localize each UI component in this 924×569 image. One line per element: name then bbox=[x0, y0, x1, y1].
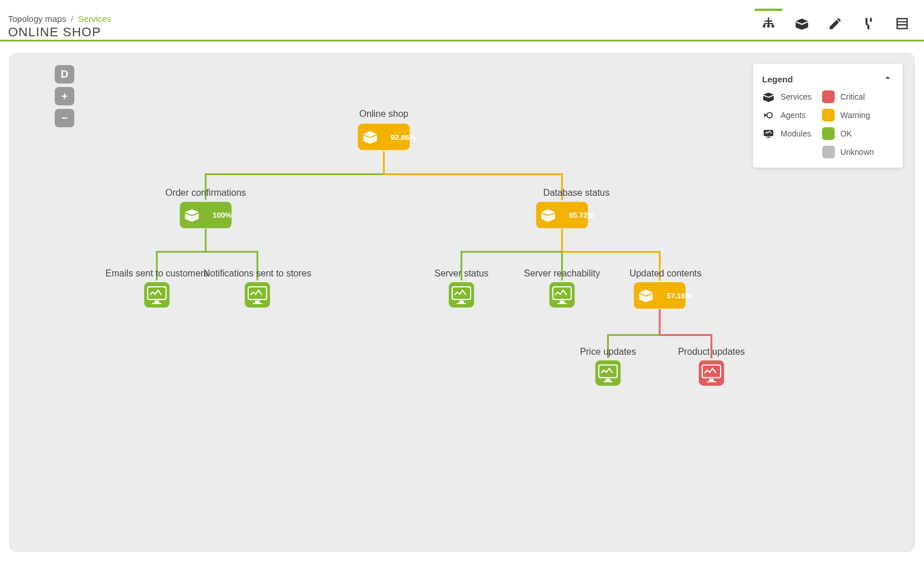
header-toolbar bbox=[755, 9, 916, 40]
swatch-critical bbox=[822, 90, 835, 103]
zoom-in-button[interactable]: + bbox=[55, 87, 74, 105]
svg-text:85.72%: 85.72% bbox=[569, 211, 594, 219]
svg-text:Updated contents: Updated contents bbox=[630, 268, 702, 278]
legend-panel: Legend Services Agents Modules bbox=[753, 64, 903, 168]
node-emails-sent[interactable]: Emails sent to customers bbox=[105, 268, 208, 308]
svg-text:Order confirmations: Order confirmations bbox=[165, 188, 246, 198]
agent-icon bbox=[762, 109, 775, 122]
module-icon bbox=[762, 127, 775, 140]
tool-config[interactable] bbox=[855, 9, 883, 36]
breadcrumb-sep: / bbox=[71, 14, 73, 24]
svg-rect-2 bbox=[767, 137, 770, 138]
tool-edit[interactable] bbox=[821, 9, 849, 36]
node-notifications-sent[interactable]: Notifications sent to stores bbox=[203, 268, 311, 308]
zoom-default-button[interactable]: D bbox=[55, 65, 74, 84]
breadcrumb-root[interactable]: Topology maps bbox=[8, 14, 66, 24]
legend-title: Legend bbox=[762, 74, 793, 84]
legend-status-warning: Warning bbox=[822, 109, 874, 122]
zoom-out-button[interactable]: − bbox=[55, 109, 74, 127]
svg-text:92.86%: 92.86% bbox=[391, 133, 416, 142]
node-updated-contents[interactable]: Updated contents 57.16% bbox=[630, 268, 702, 309]
legend-status-unknown: Unknown bbox=[822, 146, 874, 158]
breadcrumb: Topology maps / Services bbox=[8, 14, 111, 24]
node-order-confirmations[interactable]: Order confirmations 100% bbox=[165, 188, 246, 228]
svg-rect-1 bbox=[764, 130, 774, 136]
node-server-status[interactable]: Server status bbox=[434, 268, 488, 308]
zoom-controls: D + − bbox=[55, 65, 74, 127]
tool-list[interactable] bbox=[888, 9, 916, 36]
svg-point-0 bbox=[767, 112, 772, 117]
page-header: Topology maps / Services ONLINE SHOP bbox=[0, 0, 924, 41]
box-open-icon bbox=[794, 16, 809, 31]
legend-type-agents: Agents bbox=[762, 109, 812, 122]
tool-service[interactable] bbox=[788, 9, 816, 36]
breadcrumb-current[interactable]: Services bbox=[78, 14, 111, 24]
swatch-ok bbox=[822, 127, 835, 140]
legend-type-modules: Modules bbox=[762, 127, 812, 140]
chevron-up-icon bbox=[882, 72, 893, 84]
topology-canvas[interactable]: D + − Legend Services Agents bbox=[9, 53, 915, 552]
node-price-updates[interactable]: Price updates bbox=[580, 347, 637, 386]
svg-text:Database status: Database status bbox=[543, 188, 609, 198]
tool-topology[interactable] bbox=[755, 9, 782, 36]
svg-text:100%: 100% bbox=[213, 211, 232, 219]
legend-status-critical: Critical bbox=[822, 90, 874, 103]
swatch-unknown bbox=[822, 146, 835, 158]
list-icon bbox=[895, 16, 910, 31]
swatch-warning bbox=[822, 109, 835, 122]
node-online-shop[interactable]: Online shop 92.86% bbox=[358, 109, 416, 150]
legend-status-ok: OK bbox=[822, 127, 874, 140]
page-title: ONLINE SHOP bbox=[8, 25, 111, 40]
svg-text:57.16%: 57.16% bbox=[667, 291, 692, 300]
svg-text:Server reachability: Server reachability bbox=[524, 268, 600, 278]
pencil-icon bbox=[828, 16, 843, 31]
box-open-icon bbox=[762, 90, 775, 103]
wrench-icon bbox=[861, 16, 876, 31]
legend-type-services: Services bbox=[762, 90, 812, 103]
node-product-updates[interactable]: Product updates bbox=[678, 347, 745, 386]
svg-text:Product updates: Product updates bbox=[678, 347, 745, 356]
sitemap-icon bbox=[761, 16, 776, 31]
legend-collapse-button[interactable] bbox=[882, 72, 893, 86]
svg-text:Online shop: Online shop bbox=[359, 109, 408, 119]
svg-text:Price updates: Price updates bbox=[580, 347, 637, 356]
node-database-status[interactable]: Database status 85.72% bbox=[536, 188, 609, 228]
node-server-reachability[interactable]: Server reachability bbox=[524, 268, 600, 308]
svg-text:Notifications sent to stores: Notifications sent to stores bbox=[203, 268, 311, 278]
svg-text:Server status: Server status bbox=[434, 268, 488, 278]
svg-text:Emails sent to customers: Emails sent to customers bbox=[105, 268, 208, 278]
